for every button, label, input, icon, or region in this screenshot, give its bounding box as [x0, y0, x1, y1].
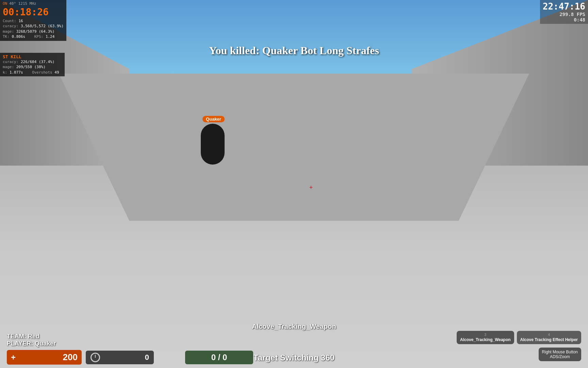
weapon-slot-4[interactable]: 4 Alcove Tracking Effect Helper	[517, 331, 581, 344]
damage-line: mage: 3268/5079 (64.3%)	[3, 29, 64, 34]
count-label: Count:	[3, 19, 16, 23]
timer-bar: 0	[86, 351, 154, 364]
lk-k-value: 1.077s	[10, 70, 23, 75]
game-viewport: You killed: Quaker Bot Long Strafes Quak…	[0, 0, 588, 368]
rmb-line2: ADS/Zoom	[542, 354, 578, 359]
count-line: Count: 16	[3, 18, 64, 24]
enemy-body	[201, 124, 225, 165]
kps-label: KPS:	[34, 34, 44, 39]
slot-3-name: Alcove_Tracking_Weapon	[460, 337, 511, 342]
damage-value: 3268/5079 (64.3%)	[16, 29, 55, 34]
tk-kps-line: TK: 0.806s KPS: 1.24	[3, 34, 64, 39]
health-bar: + 200	[7, 350, 82, 365]
timer-display: 00:18:26	[3, 6, 64, 18]
stats-panel: ON 40° 1215 MHz 00:18:26 Count: 16 curac…	[0, 0, 66, 41]
rmb-line1: Right Mouse Button	[542, 350, 578, 354]
accuracy-line: curacy: 3,560/5,572 (63.9%)	[3, 24, 64, 29]
bottom-center-label: Target Switching 360	[254, 353, 334, 363]
tk-label: TK:	[3, 34, 10, 39]
lk-k-label: k:	[3, 70, 7, 75]
health-value: 200	[63, 352, 78, 363]
temp-fps-label: ON	[3, 1, 7, 6]
enemy-container: Quaker	[201, 116, 225, 165]
damage-label: mage:	[3, 29, 14, 34]
weapon-slots: 3 Alcove_Tracking_Weapon 4 Alcove Tracki…	[457, 331, 581, 344]
tk-value: 0.806s	[12, 34, 26, 39]
lk-accuracy-line: curacy: 226/604 (37.4%)	[3, 59, 62, 64]
extra-time: 0:48	[543, 17, 585, 22]
rmb-hint: Right Mouse Button ADS/Zoom	[539, 348, 581, 361]
slot-4-number: 4	[520, 333, 578, 337]
lk-damage-value: 209/550 (38%)	[16, 65, 46, 69]
timer-bar-value: 0	[145, 353, 149, 362]
lk-damage-label: mage:	[3, 65, 14, 69]
accuracy-label: curacy:	[3, 24, 18, 28]
weapon-slot-3[interactable]: 3 Alcove_Tracking_Weapon	[457, 331, 514, 344]
back-wall	[59, 74, 529, 221]
lk-accuracy-label: curacy:	[3, 60, 18, 64]
timer-icon	[91, 353, 100, 362]
lk-k-line: k: 1.077s Overshots 49	[3, 70, 62, 75]
lk-accuracy-value: 226/604 (37.4%)	[21, 60, 54, 64]
enemy-label: Quaker	[202, 116, 225, 122]
clock-display: 22:47:16	[543, 1, 585, 12]
last-kill-title: ST KILL	[3, 54, 62, 59]
slot-4-name: Alcove Tracking Effect Helper	[520, 337, 578, 342]
health-plus-icon: +	[11, 353, 16, 362]
freq-value: 40° 1215 MHz	[9, 1, 36, 6]
ammo-bar: 0 / 0	[185, 351, 253, 364]
lk-overshots-label: Overshots	[32, 70, 52, 75]
stats-top-row: ON 40° 1215 MHz	[3, 1, 64, 6]
ammo-value: 0 / 0	[211, 353, 227, 362]
lk-overshots-value: 49	[54, 70, 59, 75]
lk-damage-line: mage: 209/550 (38%)	[3, 64, 62, 70]
kill-message: You killed: Quaker Bot Long Strafes	[209, 44, 379, 57]
accuracy-value: 3,560/5,572 (63.9%)	[21, 24, 64, 28]
last-kill-panel: ST KILL curacy: 226/604 (37.4%) mage: 20…	[0, 53, 65, 76]
top-right-hud: 22:47:16 299.8 FPS 0:48	[540, 0, 588, 24]
crosshair: +	[309, 184, 312, 190]
slot-3-number: 3	[460, 333, 511, 337]
count-value: 16	[18, 19, 23, 23]
fps-display: 299.8 FPS	[543, 12, 585, 17]
kps-value: 1.24	[46, 34, 55, 39]
